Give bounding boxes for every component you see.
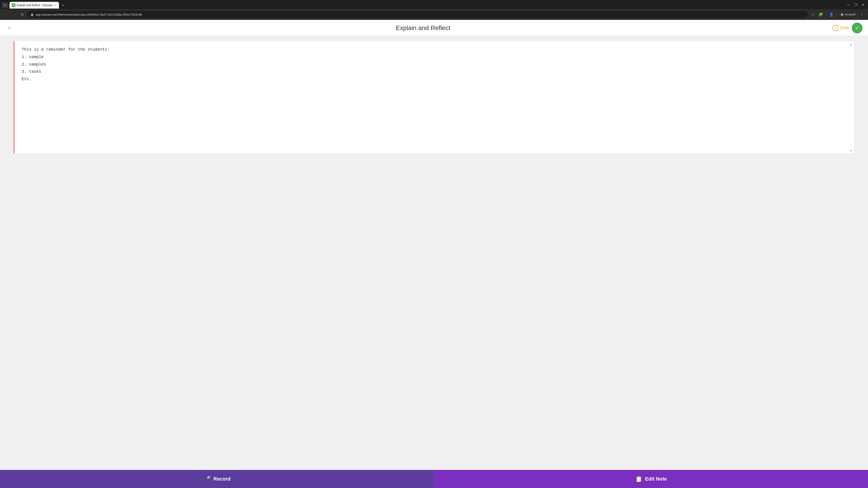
- toolbar-actions: ☆ 🧩 👤 🕵 Incognito ⋮: [810, 11, 865, 18]
- incognito-label: Incognito: [845, 13, 856, 16]
- tab-title: Explain and Reflect - Seesaw: [17, 4, 52, 7]
- browser-chrome: ▾ S Explain and Reflect - Seesaw × + — ❐…: [0, 0, 868, 20]
- content-line-5: Etc.: [22, 76, 847, 83]
- tab-favicon: S: [12, 3, 16, 7]
- record-label: Record: [213, 476, 230, 482]
- app-header: ← Explain and Reflect ✓ Draft ✓: [0, 20, 868, 36]
- reload-button[interactable]: ↻: [19, 11, 25, 18]
- scroll-indicator-bottom: ▼: [849, 149, 852, 153]
- forward-nav-button[interactable]: →: [11, 11, 17, 18]
- content-text: This is a reminder for the students: 1. …: [22, 46, 847, 83]
- draft-badge: ✓ Draft: [833, 25, 849, 31]
- close-button[interactable]: ✕: [860, 2, 866, 7]
- menu-button[interactable]: ⋮: [859, 11, 865, 18]
- address-bar: ← → ↻ 🔒 ☆ 🧩 👤 🕵 Incognito ⋮: [0, 9, 868, 20]
- tab-close-button[interactable]: ×: [53, 3, 57, 7]
- content-line-1: This is a reminder for the students:: [22, 46, 847, 53]
- url-bar[interactable]: 🔒: [27, 11, 808, 18]
- main-content: ▲ This is a reminder for the students: 1…: [0, 36, 868, 470]
- tab-group-button[interactable]: ▾: [2, 2, 8, 8]
- url-input[interactable]: [36, 13, 805, 16]
- draft-check-icon: ✓: [833, 25, 839, 31]
- record-icon: 🎤: [204, 476, 211, 483]
- content-line-2: 1. sample: [22, 54, 847, 60]
- edit-note-icon: 📋: [635, 476, 643, 483]
- window-controls: — ❐ ✕: [845, 2, 866, 8]
- incognito-icon: 🕵: [840, 13, 844, 16]
- profile-button[interactable]: 👤: [828, 11, 835, 18]
- content-line-3: 2. samples: [22, 61, 847, 68]
- content-card: ▲ This is a reminder for the students: 1…: [13, 41, 855, 154]
- draft-label: Draft: [840, 26, 849, 30]
- maximize-button[interactable]: ❐: [852, 2, 859, 7]
- scroll-indicator-top: ▲: [849, 43, 852, 46]
- bookmark-button[interactable]: ☆: [810, 11, 816, 18]
- submit-button[interactable]: ✓: [852, 23, 863, 33]
- action-bar: 🎤 Record 📋 Edit Note: [0, 470, 868, 488]
- extensions-button[interactable]: 🧩: [817, 11, 824, 18]
- incognito-button[interactable]: 🕵 Incognito: [839, 12, 858, 17]
- page-title: Explain and Reflect: [13, 24, 833, 32]
- toolbar-divider: [826, 12, 826, 17]
- minimize-button[interactable]: —: [845, 2, 852, 7]
- app-content: ← Explain and Reflect ✓ Draft ✓ ▲ This i…: [0, 20, 868, 488]
- edit-note-button[interactable]: 📋 Edit Note: [434, 470, 868, 488]
- url-lock-icon: 🔒: [30, 13, 34, 16]
- header-actions: ✓ Draft ✓: [833, 23, 863, 33]
- new-tab-button[interactable]: +: [60, 2, 66, 8]
- tab-bar: ▾ S Explain and Reflect - Seesaw × + — ❐…: [0, 0, 868, 9]
- back-nav-button[interactable]: ←: [3, 11, 9, 18]
- edit-note-label: Edit Note: [645, 476, 667, 482]
- content-line-4: 3. tasks: [22, 68, 847, 75]
- active-tab[interactable]: S Explain and Reflect - Seesaw ×: [9, 2, 59, 8]
- back-button[interactable]: ←: [5, 24, 13, 32]
- record-button[interactable]: 🎤 Record: [0, 470, 434, 488]
